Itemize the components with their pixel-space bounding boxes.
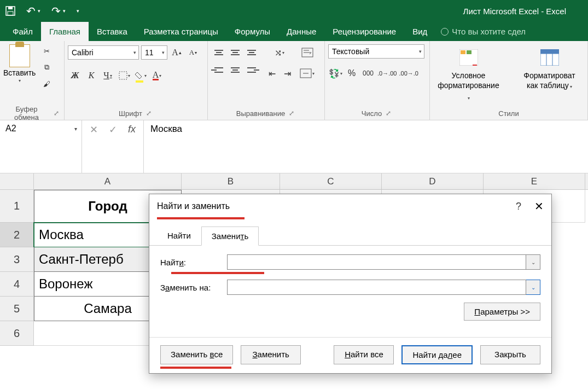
group-font: Calibri▾ 11▾ A▴ A▾ Ж К Ч▾ ▾ ▾ А▾ Шрифт⤢ bbox=[65, 41, 208, 120]
tab-page-layout[interactable]: Разметка страницы bbox=[136, 22, 226, 41]
alignment-group-label: Выравнивание bbox=[236, 109, 285, 118]
tell-me-search[interactable]: Что вы хотите сдел bbox=[441, 22, 526, 41]
annotation-underline-2 bbox=[171, 272, 264, 274]
row-header-4[interactable]: 4 bbox=[0, 272, 34, 297]
font-size-value: 11 bbox=[145, 48, 154, 57]
accept-formula-button[interactable]: ✓ bbox=[109, 124, 117, 136]
find-history-dropdown[interactable]: ⌄ bbox=[526, 254, 540, 270]
table-icon bbox=[537, 47, 562, 68]
align-top-button[interactable] bbox=[211, 44, 226, 61]
align-middle-button[interactable] bbox=[228, 44, 243, 61]
paste-button[interactable]: Вставить ▾ bbox=[3, 44, 36, 83]
row-header-1[interactable]: 1 bbox=[0, 190, 34, 223]
close-button[interactable]: Закрыть bbox=[480, 345, 540, 364]
bold-button[interactable]: Ж bbox=[68, 67, 82, 84]
cut-button[interactable]: ✂ bbox=[40, 44, 53, 57]
col-header-a[interactable]: A bbox=[34, 173, 182, 189]
name-box[interactable]: A2▾ bbox=[0, 120, 82, 173]
decrease-font-button[interactable]: A▾ bbox=[186, 44, 200, 61]
find-next-button[interactable]: Найти далее bbox=[401, 345, 473, 364]
find-replace-dialog: Найти и заменить ? ✕ Найти Заменить Найт… bbox=[149, 194, 552, 374]
format-as-table-button[interactable]: Форматироват как таблицу ▾ bbox=[515, 44, 584, 94]
group-number: Текстовый▾ 💱▾ % 000 .0→.00 .00→.0 Число⤢ bbox=[325, 41, 430, 120]
font-size-combo[interactable]: 11▾ bbox=[141, 45, 167, 60]
conditional-format-icon bbox=[456, 47, 481, 68]
replace-button[interactable]: Заменить bbox=[241, 345, 301, 364]
tell-me-label: Что вы хотите сдел bbox=[452, 27, 526, 36]
increase-font-button[interactable]: A▴ bbox=[170, 44, 184, 61]
formula-value: Москва bbox=[150, 124, 182, 134]
col-header-b[interactable]: B bbox=[182, 173, 280, 189]
wrap-text-button[interactable] bbox=[300, 44, 315, 61]
tab-file[interactable]: Файл bbox=[4, 22, 41, 41]
number-format-combo[interactable]: Текстовый▾ bbox=[328, 44, 424, 59]
clipboard-group-label: Буфер обмена bbox=[3, 105, 50, 121]
align-bottom-button[interactable] bbox=[244, 44, 259, 61]
title-bar: ↶▾ ↷▾ ▾ Лист Microsoft Excel - Excel bbox=[0, 0, 588, 22]
select-all-corner[interactable] bbox=[0, 173, 34, 189]
find-input[interactable] bbox=[227, 254, 526, 270]
parameters-button[interactable]: Параметры >> bbox=[464, 303, 540, 321]
format-as-table-label: Форматироват как таблицу bbox=[523, 71, 575, 90]
formula-input[interactable]: Москва bbox=[144, 120, 588, 173]
dialog-tab-find[interactable]: Найти bbox=[157, 226, 201, 245]
replace-input[interactable] bbox=[227, 280, 526, 295]
accounting-button[interactable]: 💱▾ bbox=[328, 65, 342, 82]
tab-view[interactable]: Вид bbox=[404, 22, 435, 41]
svg-rect-7 bbox=[461, 50, 465, 54]
paste-label: Вставить bbox=[3, 68, 36, 77]
copy-button[interactable]: ⧉ bbox=[40, 61, 53, 74]
replace-history-dropdown[interactable]: ⌄ bbox=[526, 280, 540, 295]
cancel-formula-button[interactable]: ✕ bbox=[90, 124, 98, 136]
decrease-indent-button[interactable]: ⇤ bbox=[265, 65, 279, 82]
col-header-c[interactable]: C bbox=[280, 173, 382, 189]
align-center-button[interactable] bbox=[228, 62, 243, 78]
conditional-format-button[interactable]: Условное форматирование ▾ bbox=[433, 44, 504, 106]
alignment-launcher[interactable]: ⤢ bbox=[287, 109, 296, 118]
clipboard-launcher[interactable]: ⤢ bbox=[52, 109, 61, 118]
format-painter-button[interactable]: 🖌 bbox=[40, 77, 53, 90]
row-header-2[interactable]: 2 bbox=[0, 223, 34, 247]
svg-rect-8 bbox=[467, 50, 471, 54]
row-header-6[interactable]: 6 bbox=[0, 321, 34, 346]
group-clipboard: Вставить ▾ ✂ ⧉ 🖌 Буфер обмена⤢ bbox=[0, 41, 65, 120]
number-format-value: Текстовый bbox=[332, 47, 369, 56]
col-header-e[interactable]: E bbox=[484, 173, 585, 189]
dialog-help-button[interactable]: ? bbox=[516, 201, 521, 212]
row-header-5[interactable]: 5 bbox=[0, 297, 34, 321]
font-launcher[interactable]: ⤢ bbox=[144, 109, 153, 118]
replace-all-button[interactable]: Заменить все bbox=[160, 345, 233, 364]
font-color-button[interactable]: А▾ bbox=[150, 67, 164, 84]
col-header-d[interactable]: D bbox=[382, 173, 484, 189]
orientation-button[interactable]: ⤭▾ bbox=[265, 44, 294, 61]
italic-button[interactable]: К bbox=[84, 67, 98, 84]
merge-button[interactable]: ▾ bbox=[300, 65, 315, 82]
tab-home[interactable]: Главная bbox=[41, 22, 89, 41]
borders-button[interactable]: ▾ bbox=[117, 67, 131, 84]
font-name-value: Calibri bbox=[72, 48, 94, 57]
dialog-close-button[interactable]: ✕ bbox=[534, 200, 544, 213]
ribbon: Вставить ▾ ✂ ⧉ 🖌 Буфер обмена⤢ Calibri▾ … bbox=[0, 41, 588, 120]
comma-button[interactable]: 000 bbox=[361, 65, 375, 82]
find-all-button[interactable]: Найти все bbox=[334, 345, 394, 364]
fill-color-button[interactable]: ▾ bbox=[133, 67, 148, 84]
percent-button[interactable]: % bbox=[345, 65, 359, 82]
font-group-label: Шрифт bbox=[119, 109, 142, 118]
tab-review[interactable]: Рецензирование bbox=[324, 22, 404, 41]
tab-data[interactable]: Данные bbox=[278, 22, 324, 41]
increase-indent-button[interactable]: ⇥ bbox=[280, 65, 294, 82]
window-title: Лист Microsoft Excel - Excel bbox=[0, 7, 588, 16]
align-left-button[interactable] bbox=[211, 62, 226, 78]
number-launcher[interactable]: ⤢ bbox=[384, 109, 393, 118]
dialog-tab-replace[interactable]: Заменить bbox=[201, 227, 259, 246]
tab-insert[interactable]: Вставка bbox=[89, 22, 136, 41]
align-right-button[interactable] bbox=[244, 62, 259, 78]
find-label: Найти: bbox=[160, 258, 220, 267]
font-name-combo[interactable]: Calibri▾ bbox=[68, 45, 139, 60]
tab-formulas[interactable]: Формулы bbox=[226, 22, 278, 41]
decrease-decimal-button[interactable]: .00→.0 bbox=[399, 65, 418, 82]
fx-button[interactable]: fx bbox=[128, 124, 136, 135]
increase-decimal-button[interactable]: .0→.00 bbox=[377, 65, 397, 82]
underline-button[interactable]: Ч▾ bbox=[101, 67, 115, 84]
row-header-3[interactable]: 3 bbox=[0, 247, 34, 272]
